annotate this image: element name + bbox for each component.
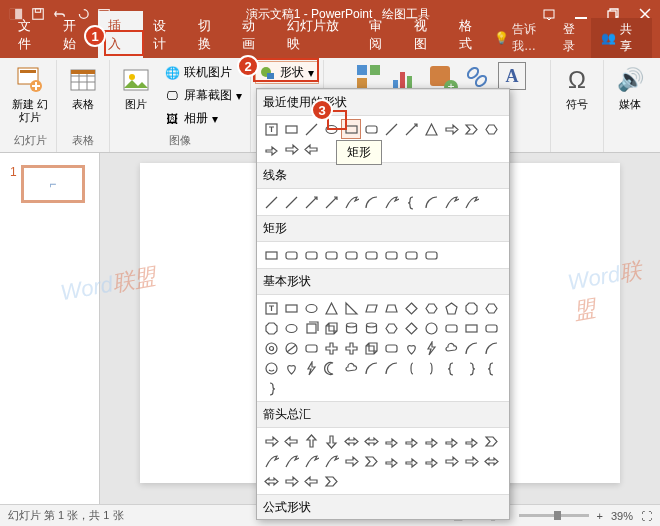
tab-design[interactable]: 设计 [143, 11, 188, 58]
shape-hex[interactable] [481, 298, 501, 318]
shape-chevR[interactable] [321, 471, 341, 491]
shape-bentA[interactable] [421, 431, 441, 451]
shapes-scroll[interactable]: 最近使用的形状 线条 矩形 基本形状 箭头总汇 公式形状 流程图 [257, 89, 509, 519]
shape-arrU[interactable] [301, 431, 321, 451]
shape-rrect[interactable] [341, 245, 361, 265]
screenshot-button[interactable]: 🖵屏幕截图 ▾ [160, 85, 246, 106]
shape-rect[interactable] [281, 119, 301, 139]
shape-curveR[interactable] [321, 451, 341, 471]
shape-circle[interactable] [421, 318, 441, 338]
login-link[interactable]: 登录 [563, 21, 586, 55]
shape-rtri[interactable] [341, 298, 361, 318]
shape-rrect[interactable] [421, 245, 441, 265]
shape-rrect[interactable] [481, 318, 501, 338]
shape-curveR[interactable] [301, 451, 321, 471]
shape-heart[interactable] [401, 338, 421, 358]
shape-line[interactable] [301, 119, 321, 139]
shape-arrR[interactable] [261, 431, 281, 451]
shape-para[interactable] [361, 298, 381, 318]
shape-cube[interactable] [321, 318, 341, 338]
media-button[interactable]: 🔊媒体 [608, 62, 652, 113]
shape-plus[interactable] [341, 338, 361, 358]
shape-arrR[interactable] [441, 451, 461, 471]
shape-brR[interactable] [261, 378, 281, 398]
shape-tri[interactable] [421, 119, 441, 139]
shape-brL[interactable] [481, 358, 501, 378]
shape-brR[interactable] [461, 358, 481, 378]
shape-arc[interactable] [421, 192, 441, 212]
shape-rbr[interactable] [421, 358, 441, 378]
shape-arrL[interactable] [281, 431, 301, 451]
shape-diam[interactable] [401, 318, 421, 338]
shape-bentA[interactable] [461, 431, 481, 451]
shape-arc[interactable] [461, 338, 481, 358]
tab-trans[interactable]: 切换 [188, 11, 233, 58]
shape-oval[interactable] [281, 318, 301, 338]
shape-rrect[interactable] [361, 245, 381, 265]
slide-thumb-1[interactable]: ⌐ [21, 165, 85, 203]
shape-rrect[interactable] [401, 245, 421, 265]
shape-trap[interactable] [381, 298, 401, 318]
shape-arrLR[interactable] [341, 431, 361, 451]
share-button[interactable]: 👥 共享 [591, 18, 652, 58]
shape-bentA[interactable] [401, 451, 421, 471]
shape-oval[interactable] [321, 119, 341, 139]
shape-arrLR[interactable] [361, 431, 381, 451]
symbols-button[interactable]: Ω符号 [555, 62, 599, 113]
shape-brL[interactable] [441, 358, 461, 378]
shape-bentA[interactable] [421, 451, 441, 471]
shape-lineA[interactable] [301, 192, 321, 212]
zoom-in-icon[interactable]: + [597, 510, 603, 522]
shape-curveR[interactable] [281, 451, 301, 471]
pictures-button[interactable]: 图片 [114, 62, 158, 113]
shape-rrect[interactable] [361, 119, 381, 139]
shape-rrect[interactable] [381, 338, 401, 358]
shape-arc[interactable] [381, 358, 401, 378]
shape-cyl[interactable] [361, 318, 381, 338]
zoom-slider[interactable] [519, 514, 589, 517]
table-button[interactable]: 表格 [61, 62, 105, 113]
shape-arc[interactable] [361, 192, 381, 212]
shape-arrR[interactable] [441, 119, 461, 139]
shape-bentA[interactable] [401, 431, 421, 451]
shape-bentA[interactable] [381, 451, 401, 471]
tab-format[interactable]: 格式 [449, 11, 494, 58]
shape-smile[interactable] [261, 358, 281, 378]
new-slide-button[interactable]: 新建 幻灯片 [8, 62, 52, 126]
shape-cloud[interactable] [341, 358, 361, 378]
shape-donut[interactable] [261, 338, 281, 358]
shape-line[interactable] [281, 192, 301, 212]
tab-view[interactable]: 视图 [404, 11, 449, 58]
shape-oct[interactable] [261, 318, 281, 338]
online-pic-button[interactable]: 🌐联机图片 [160, 62, 246, 83]
tellme[interactable]: 💡 告诉我… [494, 21, 556, 55]
shape-bolt[interactable] [301, 358, 321, 378]
zoom-pct[interactable]: 39% [611, 510, 633, 522]
shape-oct[interactable] [461, 298, 481, 318]
shape-rrect[interactable] [301, 338, 321, 358]
shape-curveR[interactable] [381, 192, 401, 212]
shape-diam[interactable] [401, 298, 421, 318]
shape-rrect[interactable] [281, 245, 301, 265]
shape-arrR[interactable] [281, 471, 301, 491]
shape-arrLR[interactable] [481, 451, 501, 471]
shape-hex[interactable] [381, 318, 401, 338]
shape-heart[interactable] [281, 358, 301, 378]
shape-rect[interactable] [281, 298, 301, 318]
shape-cloud[interactable] [441, 338, 461, 358]
tab-anim[interactable]: 动画 [232, 11, 277, 58]
shape-arrR[interactable] [281, 139, 301, 159]
shape-arrD[interactable] [321, 431, 341, 451]
shapes-button[interactable]: 形状 ▾ [255, 61, 319, 84]
shape-oval[interactable] [301, 298, 321, 318]
shape-text[interactable] [261, 119, 281, 139]
shape-bentA[interactable] [381, 431, 401, 451]
shape-curveR[interactable] [341, 192, 361, 212]
shape-arrR[interactable] [461, 451, 481, 471]
shape-plus[interactable] [321, 338, 341, 358]
shape-chevR[interactable] [461, 119, 481, 139]
shape-noentry[interactable] [281, 338, 301, 358]
shape-hex[interactable] [481, 119, 501, 139]
shape-curveR[interactable] [461, 192, 481, 212]
shape-rect[interactable] [461, 318, 481, 338]
